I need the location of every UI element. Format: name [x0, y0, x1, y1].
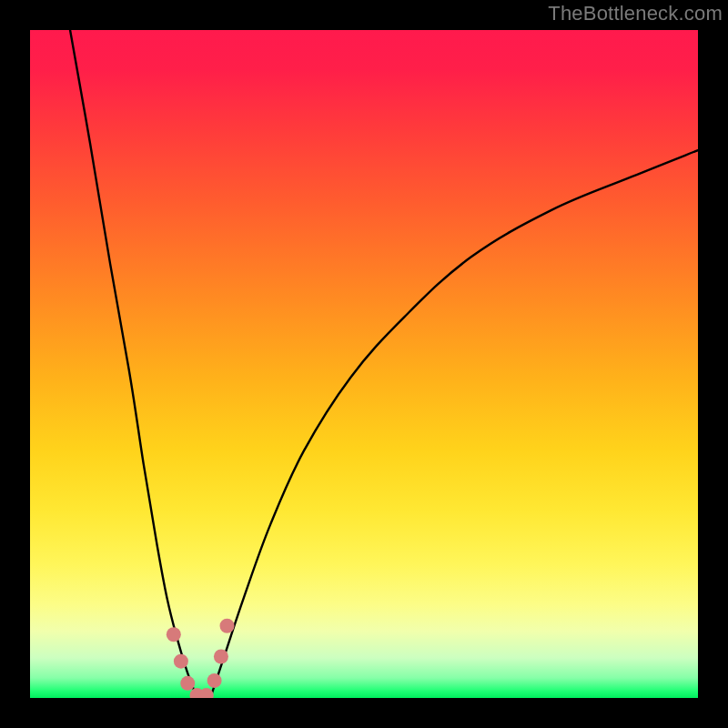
curve-left-branch [70, 30, 197, 698]
valley-marker [214, 649, 228, 663]
valley-marker [180, 676, 195, 691]
curve-right-branch [210, 150, 698, 698]
curve-overlay [30, 30, 698, 698]
valley-marker [167, 627, 181, 642]
valley-marker [207, 673, 222, 688]
chart-frame: TheBottleneck.com [0, 0, 728, 728]
watermark-text: TheBottleneck.com [548, 2, 723, 25]
valley-marker [174, 654, 188, 669]
valley-marker [220, 619, 235, 633]
plot-area [30, 30, 698, 698]
